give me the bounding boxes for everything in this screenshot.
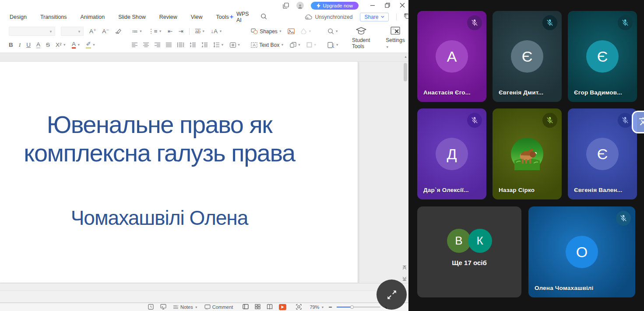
sparkle-icon (229, 14, 234, 20)
vertical-text-button[interactable]: ↓A▼ (211, 28, 222, 35)
paragraph-group: ≔▼ ⋮≡▼ ⇤ ⇥ ab▼ ↓A▼ ▼ ▼ (128, 26, 244, 50)
menu-review[interactable]: Review (159, 14, 177, 20)
shapes-button[interactable]: Shapes▼ (251, 28, 282, 35)
align-left-button[interactable] (132, 42, 137, 47)
minimize-button[interactable] (370, 2, 375, 10)
ribbon: ▼ ▼ A⁺ A⁻ B I U A S X²▼ A▼ ✐▼ (0, 23, 408, 53)
character-border-button[interactable]: A (36, 42, 40, 48)
highlight-color-button[interactable]: ✐▼ (86, 41, 95, 49)
settings-button[interactable]: Settings ▼ (380, 26, 411, 50)
mic-muted-icon (542, 113, 557, 128)
paragraph-spacing-decrease-button[interactable] (201, 42, 208, 47)
participant-tile[interactable]: Є Євгенія Вален... (568, 108, 637, 199)
normal-view-button[interactable] (243, 304, 249, 310)
font-name-select[interactable]: ▼ (9, 27, 55, 36)
slide-canvas[interactable]: Ювенальне право як комплексна галузь пра… (0, 62, 358, 283)
wrench-icon (391, 27, 400, 35)
insert-picture-button[interactable] (288, 28, 295, 34)
graduation-cap-icon (355, 27, 367, 35)
font-size-select[interactable]: ▼ (61, 27, 84, 36)
paragraph-spacing-increase-button[interactable] (190, 42, 196, 47)
account-avatar[interactable] (296, 2, 304, 9)
previous-slide-button[interactable] (402, 264, 407, 272)
menu-slideshow[interactable]: Slide Show (118, 14, 146, 20)
font-color-button[interactable]: A▼ (72, 41, 80, 49)
copy-pages-icon[interactable] (282, 2, 289, 9)
student-tools-button[interactable]: Student Tools (346, 26, 376, 50)
participant-avatar: А (436, 40, 468, 73)
search-icon[interactable] (260, 13, 267, 21)
slide-title[interactable]: Ювенальне право як комплексна галузь пра… (0, 111, 338, 168)
increase-font-button[interactable]: A⁺ (89, 28, 96, 35)
fit-slide-button[interactable] (296, 304, 302, 311)
close-button[interactable] (400, 2, 405, 10)
zoom-slider-thumb[interactable] (350, 305, 354, 309)
menu-tools[interactable]: Tools (216, 14, 229, 20)
scrollbar-thumb[interactable] (404, 63, 407, 81)
zoom-slider[interactable] (337, 307, 380, 308)
participant-tile[interactable]: А Анастасія Єго... (417, 11, 486, 102)
mic-muted-icon (618, 113, 633, 128)
notes-collapsed-bar[interactable] (0, 283, 408, 303)
distribute-text-button[interactable] (177, 42, 184, 47)
participant-name: Євгенія Дмит... (499, 89, 543, 96)
decrease-font-button[interactable]: A⁻ (102, 28, 109, 35)
participant-tile[interactable]: Назар Сірко (493, 108, 562, 199)
slide-sorter-view-button[interactable] (255, 304, 260, 310)
participant-tile[interactable]: Д Дар`я Олексії... (417, 108, 486, 199)
selection-pane-button[interactable]: ▼ (327, 42, 339, 48)
menu-transitions[interactable]: Transitions (40, 14, 67, 20)
strikethrough-button[interactable]: S (46, 42, 50, 48)
justify-button[interactable] (166, 42, 172, 47)
notes-toggle[interactable]: Notes▼ (173, 304, 198, 310)
upgrade-now-button[interactable]: Upgrade now (311, 2, 359, 10)
wps-ai-button[interactable]: WPS AI (229, 11, 253, 23)
menu-animation[interactable]: Animation (81, 14, 105, 20)
sync-status[interactable]: Unsynchronized (305, 14, 352, 20)
translate-overlay-button[interactable] (632, 111, 644, 133)
text-direction-button[interactable]: ab▼ (195, 29, 205, 34)
increase-indent-button[interactable]: ⇥ (178, 28, 183, 35)
participant-tile[interactable]: О Олена Чомахашвілі (528, 206, 635, 297)
underline-button[interactable]: U (26, 42, 31, 48)
slideshow-play-button[interactable] (279, 304, 286, 310)
decrease-indent-button[interactable]: ⇤ (168, 28, 172, 35)
superscript-button[interactable]: X²▼ (56, 42, 66, 48)
bullets-button[interactable]: ≔▼ (132, 28, 142, 35)
shape-outline-button[interactable]: ▼ (306, 42, 317, 48)
share-button[interactable]: Share (360, 13, 389, 21)
arrange-button[interactable]: ▼ (290, 42, 301, 48)
menu-design[interactable]: Design (10, 14, 27, 20)
overflow-participants-tile[interactable]: В К Ще 17 осіб (417, 206, 521, 297)
zoom-out-button[interactable]: − (328, 304, 332, 311)
expand-fullscreen-button[interactable] (378, 281, 405, 308)
menu-view[interactable]: View (191, 14, 203, 20)
slide-subtitle[interactable]: Чомахашвілі Олена (0, 206, 338, 230)
participant-avatar: Д (436, 138, 468, 170)
comment-button[interactable]: Comment (204, 304, 233, 310)
slide-nav-buttons (402, 264, 407, 283)
bold-button[interactable]: B (9, 42, 13, 48)
participant-avatar: Є (586, 40, 619, 73)
text-align-vertical-button[interactable]: ▼ (230, 42, 240, 48)
shape-fill-button[interactable]: ▼ (300, 28, 311, 34)
italic-button[interactable]: I (19, 42, 21, 48)
comment-icon (204, 304, 211, 310)
align-right-button[interactable] (155, 42, 160, 47)
next-slide-button[interactable] (402, 275, 407, 283)
participant-tile[interactable]: Є Єгор Вадимов... (568, 11, 637, 102)
align-center-button[interactable] (143, 42, 149, 47)
clear-format-icon[interactable] (115, 28, 121, 34)
reading-view-button[interactable] (267, 304, 273, 310)
restore-button[interactable] (385, 2, 390, 10)
numbering-button[interactable]: ⋮≡▼ (148, 28, 162, 35)
textbox-button[interactable]: A Text Box▼ (251, 42, 284, 48)
present-display-icon[interactable] (160, 304, 166, 311)
participant-avatar: Є (586, 138, 619, 170)
line-spacing-button[interactable]: ▼ (213, 42, 224, 47)
zoom-level[interactable]: 79%▼ (310, 304, 324, 310)
slide-show-timer-icon[interactable] (148, 304, 154, 311)
find-button[interactable]: ▼ (327, 28, 338, 35)
scroll-up-arrow-icon[interactable]: ▲ (404, 55, 407, 58)
participant-tile[interactable]: Є Євгенія Дмит... (493, 11, 562, 102)
